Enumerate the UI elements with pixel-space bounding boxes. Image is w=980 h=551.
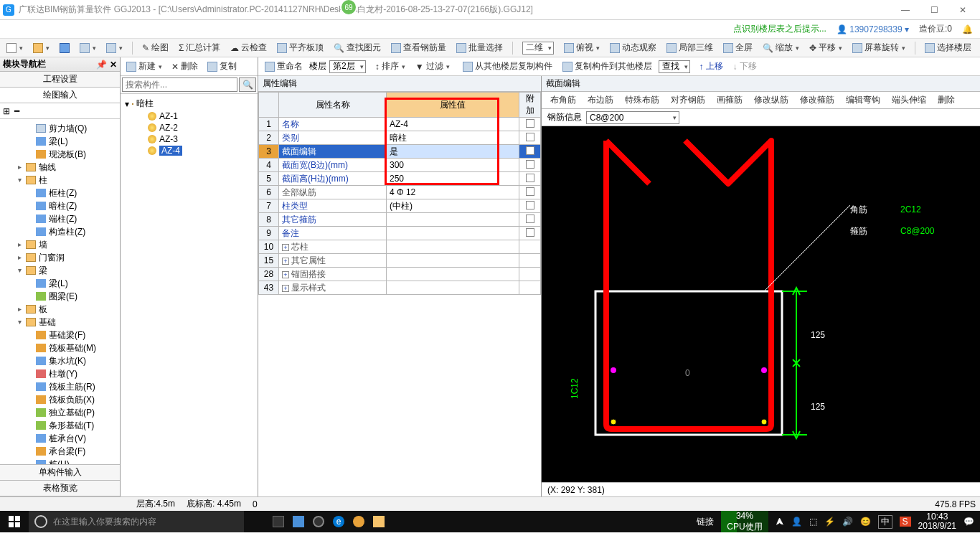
- fullscreen-button[interactable]: 全屏: [720, 40, 756, 55]
- rebar-info-combo[interactable]: C8@200: [586, 111, 679, 124]
- tab-draw-input[interactable]: 绘图输入: [0, 88, 120, 103]
- property-row[interactable]: 4截面宽(B边)(mm)300: [259, 159, 541, 172]
- moveup-button[interactable]: ↑ 上移: [696, 59, 727, 74]
- property-table[interactable]: 属性名称 属性值 附加 1名称AZ-42类别暗柱3截面编辑是4截面宽(B边)(m…: [258, 92, 541, 295]
- nav-node[interactable]: 暗柱(Z): [1, 199, 118, 212]
- nav-node[interactable]: ▾梁: [1, 264, 118, 277]
- nav-node[interactable]: ▸门窗洞: [1, 251, 118, 264]
- list-item[interactable]: AZ-3: [123, 133, 255, 145]
- section-tab[interactable]: 编辑弯钩: [844, 93, 882, 108]
- task-icon[interactable]: [273, 516, 284, 527]
- draw-button[interactable]: ✎ 绘图: [138, 40, 172, 55]
- bell-icon[interactable]: 🔔: [962, 24, 973, 34]
- filter-button[interactable]: ▼ 过滤▾: [412, 59, 453, 74]
- copyto-button[interactable]: 复制构件到其他楼层: [559, 59, 656, 74]
- property-row[interactable]: 28+锚固搭接: [259, 268, 541, 281]
- close-button[interactable]: ✕: [948, 1, 977, 19]
- section-tab[interactable]: 画箍筋: [715, 93, 744, 108]
- cloud-check-button[interactable]: ☁ 云检查: [227, 40, 270, 55]
- search-input[interactable]: [122, 77, 237, 92]
- property-row[interactable]: 15+其它属性: [259, 254, 541, 268]
- nav-node[interactable]: 圈梁(E): [1, 290, 118, 303]
- action-center-icon[interactable]: 💬: [963, 517, 974, 527]
- section-tab[interactable]: 修改箍筋: [798, 93, 836, 108]
- find-combo[interactable]: 查找: [659, 60, 690, 73]
- dynamic-button[interactable]: 动态观察: [606, 40, 660, 55]
- open-file-button[interactable]: ▾: [29, 42, 53, 55]
- new-file-button[interactable]: ▾: [3, 42, 27, 55]
- account-number[interactable]: 👤 13907298339 ▾: [837, 24, 909, 34]
- ime-icon[interactable]: 😊: [860, 517, 871, 527]
- nav-node[interactable]: 独立基础(P): [1, 406, 118, 419]
- flat-button[interactable]: 平齐板顶: [273, 40, 327, 55]
- save-button[interactable]: [56, 42, 73, 55]
- property-row[interactable]: 3截面编辑是: [259, 145, 541, 159]
- property-row[interactable]: 6全部纵筋4 Φ 12: [259, 186, 541, 199]
- copy-comp-button[interactable]: 复制: [204, 59, 240, 74]
- tip-text[interactable]: 点识别楼层表之后提示...: [733, 23, 826, 35]
- maximize-button[interactable]: ☐: [920, 1, 948, 19]
- volume-icon[interactable]: 🔊: [842, 517, 853, 527]
- task-icon[interactable]: [293, 516, 304, 527]
- property-row[interactable]: 10+芯柱: [259, 240, 541, 254]
- nav-node[interactable]: 构造柱(Z): [1, 225, 118, 238]
- nav-node[interactable]: ▾基础: [1, 316, 118, 329]
- floor-combo[interactable]: 第2层: [329, 60, 366, 73]
- section-tab[interactable]: 布角筋: [549, 93, 578, 108]
- del-comp-button[interactable]: ✕ 删除: [168, 59, 202, 74]
- ime-lang[interactable]: 中: [878, 515, 892, 529]
- nav-node[interactable]: ▸轴线: [1, 161, 118, 174]
- property-row[interactable]: 8其它箍筋: [259, 213, 541, 227]
- taskbar-search[interactable]: 在这里输入你要搜索的内容: [29, 511, 244, 532]
- nav-tree[interactable]: 剪力墙(Q)梁(L)现浇板(B)▸轴线▾柱框柱(Z)暗柱(Z)端柱(Z)构造柱(…: [0, 119, 120, 464]
- nav-node[interactable]: ▸板: [1, 303, 118, 316]
- nav-node[interactable]: 框柱(Z): [1, 187, 118, 199]
- nav-node[interactable]: 桩(U): [1, 458, 118, 464]
- nav-node[interactable]: 梁(L): [1, 135, 118, 148]
- tray-icon[interactable]: ⚡: [824, 517, 835, 527]
- rotate-button[interactable]: 屏幕旋转▾: [849, 40, 909, 55]
- section-tab[interactable]: 布边筋: [586, 93, 615, 108]
- expand-icon[interactable]: ⊞: [3, 106, 10, 116]
- task-icon[interactable]: [313, 516, 324, 527]
- task-icon[interactable]: [373, 516, 385, 527]
- section-tab[interactable]: 修改纵筋: [753, 93, 790, 108]
- search-button[interactable]: 🔍: [239, 77, 256, 92]
- list-item[interactable]: AZ-2: [123, 122, 255, 133]
- property-row[interactable]: 1名称AZ-4: [259, 118, 541, 131]
- list-item[interactable]: AZ-1: [123, 110, 255, 122]
- component-list[interactable]: ▾暗柱AZ-1AZ-2AZ-3AZ-4: [121, 94, 258, 496]
- collapse-icon[interactable]: ━: [14, 106, 19, 116]
- nav-node[interactable]: 筏板主筋(R): [1, 380, 118, 393]
- taskbar-clock[interactable]: 10:432018/9/21: [918, 512, 956, 531]
- nav-node[interactable]: 现浇板(B): [1, 148, 118, 161]
- tab-engineering-settings[interactable]: 工程设置: [0, 72, 120, 88]
- birdview-button[interactable]: 俯视▾: [560, 40, 603, 55]
- section-tab[interactable]: 对齐钢筋: [669, 93, 707, 108]
- section-tab[interactable]: 删除: [936, 93, 956, 108]
- property-row[interactable]: 9备注: [259, 227, 541, 240]
- nav-node[interactable]: 筏板基础(M): [1, 342, 118, 354]
- nav-node[interactable]: 条形基础(T): [1, 419, 118, 432]
- nav-node[interactable]: 承台梁(F): [1, 445, 118, 458]
- section-tab[interactable]: 端头伸缩: [890, 93, 928, 108]
- start-button[interactable]: [0, 511, 29, 532]
- ime-switch[interactable]: S: [900, 517, 911, 527]
- nav-node[interactable]: ▸墙: [1, 238, 118, 251]
- new-comp-button[interactable]: 新建▾: [123, 59, 166, 74]
- nav-node[interactable]: ▾柱: [1, 174, 118, 187]
- pin-icon[interactable]: 📌: [96, 60, 107, 70]
- tab-table-preview[interactable]: 表格预览: [0, 481, 120, 496]
- tray-icon[interactable]: ⬚: [809, 517, 817, 527]
- select-floor-button[interactable]: 选择楼层: [921, 40, 975, 55]
- section-canvas[interactable]: 0 1C12 125: [542, 126, 980, 482]
- dim-combo[interactable]: 二维: [519, 40, 557, 56]
- list-root[interactable]: ▾暗柱: [123, 97, 255, 110]
- nav-node[interactable]: 端柱(Z): [1, 212, 118, 225]
- tab-single-input[interactable]: 单构件输入: [0, 465, 120, 481]
- task-icon[interactable]: [353, 516, 364, 527]
- local3d-button[interactable]: 局部三维: [663, 40, 717, 55]
- nav-node[interactable]: 筏板负筋(X): [1, 393, 118, 406]
- property-row[interactable]: 43+显示样式: [259, 281, 541, 295]
- property-row[interactable]: 7柱类型(中柱): [259, 199, 541, 213]
